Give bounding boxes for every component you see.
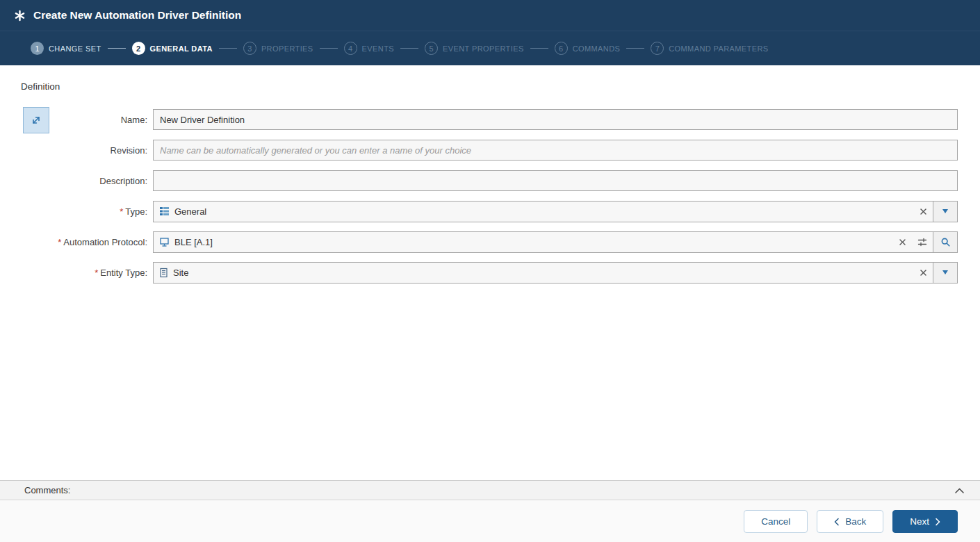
name-label: Name:	[0, 115, 153, 125]
type-combobox[interactable]: General	[153, 201, 958, 222]
comments-label: Comments:	[24, 485, 70, 495]
chevron-down-icon	[942, 209, 948, 213]
description-row: Description:	[0, 170, 958, 191]
next-button[interactable]: Next	[892, 510, 958, 533]
step-label: COMMAND PARAMETERS	[669, 44, 768, 53]
description-label: Description:	[0, 176, 153, 186]
automation-protocol-clear-button[interactable]	[893, 238, 912, 246]
step-connector	[400, 48, 418, 49]
section-title: Definition	[21, 81, 60, 92]
wizard-steps: 1 CHANGE SET 2 GENERAL DATA 3 PROPERTIES…	[0, 31, 980, 65]
step-label: COMMANDS	[573, 44, 621, 53]
clear-x-icon	[920, 269, 927, 277]
step-number: 4	[344, 42, 357, 55]
step-label: PROPERTIES	[261, 44, 313, 53]
definition-form: Name: Revision: Description: *Type:	[0, 109, 958, 293]
chevron-down-icon	[942, 270, 948, 274]
magnifier-icon	[940, 237, 951, 247]
entity-type-row: *Entity Type: Site	[0, 262, 958, 283]
chevron-up-icon[interactable]	[954, 487, 965, 494]
entity-type-value: Site	[173, 268, 914, 278]
entity-type-label: *Entity Type:	[0, 268, 153, 278]
entity-type-dropdown-button[interactable]	[933, 263, 957, 283]
entity-type-combobox[interactable]: Site	[153, 262, 958, 284]
step-number: 5	[425, 42, 438, 55]
step-number: 2	[132, 42, 145, 55]
step-label: CHANGE SET	[49, 44, 101, 53]
revision-input[interactable]	[153, 140, 958, 161]
type-dropdown-button[interactable]	[933, 202, 957, 222]
required-marker: *	[95, 268, 98, 278]
step-label: GENERAL DATA	[150, 44, 213, 53]
wizard-step-events[interactable]: 4 EVENTS	[344, 42, 394, 55]
form-panel: Definition Name: Revision: Description:	[0, 65, 980, 480]
step-number: 7	[651, 42, 664, 55]
type-clear-button[interactable]	[914, 208, 933, 215]
step-connector	[219, 48, 237, 49]
page-title: Create New Automation Driver Definition	[33, 9, 241, 22]
window-header: Create New Automation Driver Definition	[0, 0, 980, 31]
entity-type-clear-button[interactable]	[914, 269, 933, 277]
step-connector	[108, 48, 126, 49]
asterisk-icon	[14, 10, 26, 22]
wizard-step-general-data[interactable]: 2 GENERAL DATA	[132, 42, 213, 55]
cancel-button[interactable]: Cancel	[744, 510, 808, 533]
footer-toolbar: Cancel Back Next	[0, 501, 980, 542]
monitor-icon	[159, 237, 170, 247]
step-label: EVENT PROPERTIES	[443, 44, 524, 53]
automation-protocol-row: *Automation Protocol: BLE [A.1]	[0, 231, 958, 252]
step-connector	[626, 48, 644, 49]
revision-row: Revision:	[0, 140, 958, 161]
automation-protocol-value: BLE [A.1]	[174, 237, 893, 247]
step-label: EVENTS	[362, 44, 394, 53]
step-connector	[320, 48, 338, 49]
step-number: 3	[243, 42, 256, 55]
step-number: 1	[31, 42, 44, 55]
filter-conditions-icon	[917, 238, 927, 247]
revision-label: Revision:	[0, 145, 153, 156]
type-label: *Type:	[0, 206, 153, 217]
wizard-step-event-properties[interactable]: 5 EVENT PROPERTIES	[425, 42, 524, 55]
name-row: Name:	[0, 109, 958, 130]
automation-protocol-label: *Automation Protocol:	[0, 237, 153, 247]
automation-protocol-search-button[interactable]	[933, 232, 957, 252]
required-marker: *	[120, 206, 123, 217]
list-table-icon	[159, 206, 170, 216]
step-number: 6	[555, 42, 568, 55]
name-input[interactable]	[153, 109, 958, 130]
comments-bar[interactable]: Comments:	[0, 480, 980, 500]
wizard-step-command-parameters[interactable]: 7 COMMAND PARAMETERS	[651, 42, 768, 55]
description-input[interactable]	[153, 170, 958, 191]
type-value: General	[174, 206, 914, 217]
wizard-step-properties[interactable]: 3 PROPERTIES	[243, 42, 313, 55]
chevron-right-icon	[935, 518, 940, 526]
back-button[interactable]: Back	[817, 510, 883, 533]
automation-protocol-conditions-button[interactable]	[912, 238, 933, 247]
type-row: *Type: General	[0, 201, 958, 222]
clear-x-icon	[899, 238, 906, 246]
step-connector	[530, 48, 548, 49]
document-icon	[159, 268, 168, 278]
required-marker: *	[58, 237, 61, 247]
chevron-left-icon	[834, 518, 840, 526]
wizard-step-change-set[interactable]: 1 CHANGE SET	[31, 42, 101, 55]
automation-protocol-combobox[interactable]: BLE [A.1]	[153, 231, 958, 253]
clear-x-icon	[920, 208, 927, 215]
wizard-step-commands[interactable]: 6 COMMANDS	[555, 42, 621, 55]
